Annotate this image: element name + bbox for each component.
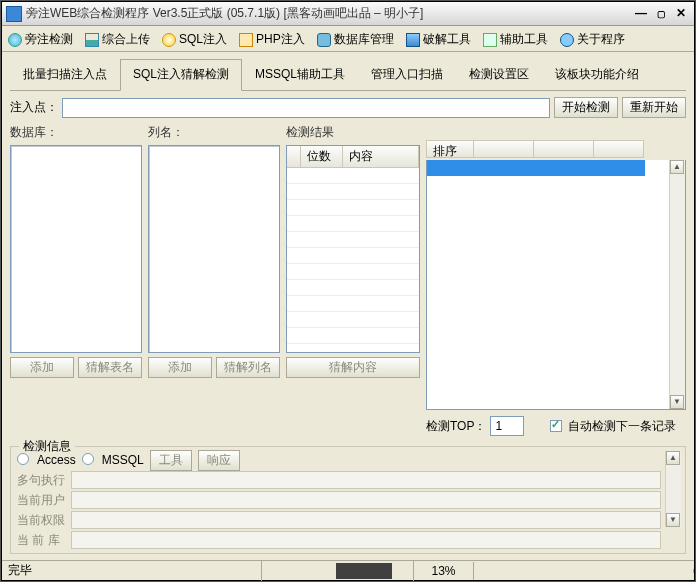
tab-about[interactable]: 关于程序 <box>554 27 631 52</box>
sort-grid-body[interactable] <box>426 160 686 410</box>
status-ready: 完毕 <box>2 560 262 581</box>
result-grid[interactable]: 位数 内容 <box>286 145 420 353</box>
db-icon <box>317 33 331 47</box>
tab-aux-tools[interactable]: 辅助工具 <box>477 27 554 52</box>
sql-icon <box>162 33 176 47</box>
progress-track[interactable] <box>268 563 407 579</box>
auto-next-checkbox[interactable] <box>550 420 562 432</box>
db-guess-button[interactable]: 猜解表名 <box>78 357 142 378</box>
top-value-input[interactable] <box>490 416 524 436</box>
subtab-admin-scan[interactable]: 管理入口扫描 <box>358 59 456 91</box>
scroll-up-icon[interactable] <box>666 451 680 465</box>
main-tab-bar: 旁注检测 综合上传 SQL注入 PHP注入 数据库管理 破解工具 辅助工具 关于… <box>2 26 694 52</box>
col-bits-header: 位数 <box>301 146 343 167</box>
top-label: 检测TOP： <box>426 418 486 435</box>
access-radio[interactable] <box>17 453 29 465</box>
scroll-down-icon[interactable] <box>670 395 684 409</box>
tool-button[interactable]: 工具 <box>150 450 192 471</box>
inject-row: 注入点： 开始检测 重新开始 <box>10 97 686 118</box>
tab-db-manage[interactable]: 数据库管理 <box>311 27 400 52</box>
database-group: 数据库： 添加 猜解表名 <box>10 122 142 436</box>
window-controls <box>632 6 690 22</box>
current-user-field <box>71 491 661 509</box>
help-icon <box>560 33 574 47</box>
subtab-container: 批量扫描注入点 SQL注入猜解检测 MSSQL辅助工具 管理入口扫描 检测设置区… <box>2 52 694 91</box>
selected-row[interactable] <box>427 160 645 176</box>
minimize-button[interactable] <box>632 6 650 22</box>
scroll-down-icon[interactable] <box>666 513 680 527</box>
detect-info-group: 检测信息 Access MSSQL 工具 响应 多句执行 当前用户 当前权限 当… <box>10 446 686 554</box>
db-add-button[interactable]: 添加 <box>10 357 74 378</box>
status-bar: 完毕 13% <box>2 560 694 580</box>
restart-button[interactable]: 重新开始 <box>622 97 686 118</box>
multi-exec-field <box>71 471 661 489</box>
maximize-button[interactable] <box>652 6 670 22</box>
progress-handle[interactable] <box>336 563 392 579</box>
mssql-radio-label: MSSQL <box>102 453 144 467</box>
response-button[interactable]: 响应 <box>198 450 240 471</box>
status-percent: 13% <box>414 562 474 580</box>
result-group: 检测结果 位数 内容 猜解内容 <box>286 122 420 436</box>
tab-crack-tools[interactable]: 破解工具 <box>400 27 477 52</box>
inject-label: 注入点： <box>10 99 58 116</box>
close-button[interactable] <box>672 6 690 22</box>
subtab-help[interactable]: 该板块功能介绍 <box>542 59 652 91</box>
subtab-mssql-tools[interactable]: MSSQL辅助工具 <box>242 59 358 91</box>
subtab-bar: 批量扫描注入点 SQL注入猜解检测 MSSQL辅助工具 管理入口扫描 检测设置区… <box>10 58 686 91</box>
app-window: 旁注WEB综合检测程序 Ver3.5正式版 (05.7.1版) [黑客动画吧出品… <box>1 1 695 581</box>
tab-sql-inject[interactable]: SQL注入 <box>156 27 233 52</box>
globe-icon <box>8 33 22 47</box>
column-group: 列名： 添加 猜解列名 <box>148 122 280 436</box>
progress-area <box>262 561 414 581</box>
subtab-sql-guess[interactable]: SQL注入猜解检测 <box>120 59 242 91</box>
start-detect-button[interactable]: 开始检测 <box>554 97 618 118</box>
vertical-scrollbar[interactable] <box>669 160 685 409</box>
tab-side-inject[interactable]: 旁注检测 <box>2 27 79 52</box>
tab-upload[interactable]: 综合上传 <box>79 27 156 52</box>
tab-php-inject[interactable]: PHP注入 <box>233 27 311 52</box>
doc-icon <box>483 33 497 47</box>
subtab-settings[interactable]: 检测设置区 <box>456 59 542 91</box>
current-db-field <box>71 531 661 549</box>
col-content-header: 内容 <box>343 146 419 167</box>
sort-col-header[interactable]: 排序 <box>426 140 474 158</box>
scroll-up-icon[interactable] <box>670 160 684 174</box>
main-panel: 注入点： 开始检测 重新开始 数据库： 添加 猜解表名 列名： 添加 <box>2 91 694 560</box>
status-spare <box>474 569 694 573</box>
sort-grid-header: 排序 <box>426 140 686 158</box>
current-priv-field <box>71 511 661 529</box>
db-group-label: 数据库： <box>10 122 142 143</box>
inject-url-input[interactable] <box>62 98 550 118</box>
tool-icon <box>406 33 420 47</box>
column-listbox[interactable] <box>148 145 280 353</box>
info-scrollbar[interactable] <box>665 451 681 527</box>
col-group-label: 列名： <box>148 122 280 143</box>
auto-next-label: 自动检测下一条记录 <box>568 418 676 435</box>
subtab-batch-scan[interactable]: 批量扫描注入点 <box>10 59 120 91</box>
result-group-label: 检测结果 <box>286 122 420 143</box>
mssql-radio[interactable] <box>82 453 94 465</box>
access-radio-label: Access <box>37 453 76 467</box>
chart-icon <box>85 33 99 47</box>
detect-info-legend: 检测信息 <box>19 438 75 455</box>
php-icon <box>239 33 253 47</box>
sort-group: 排序 检测TOP： <box>426 122 686 436</box>
window-title: 旁注WEB综合检测程序 Ver3.5正式版 (05.7.1版) [黑客动画吧出品… <box>26 5 632 22</box>
database-listbox[interactable] <box>10 145 142 353</box>
titlebar: 旁注WEB综合检测程序 Ver3.5正式版 (05.7.1版) [黑客动画吧出品… <box>2 2 694 26</box>
app-icon <box>6 6 22 22</box>
col-guess-button[interactable]: 猜解列名 <box>216 357 280 378</box>
col-add-button[interactable]: 添加 <box>148 357 212 378</box>
guess-content-button[interactable]: 猜解内容 <box>286 357 420 378</box>
